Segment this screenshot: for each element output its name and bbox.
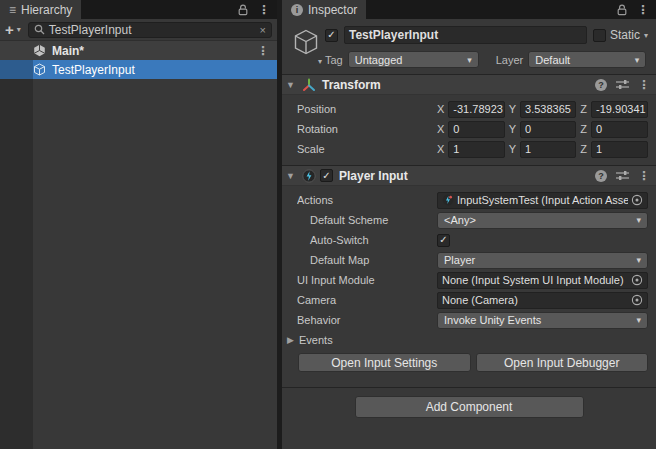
foldout-open-icon[interactable]: ▼	[286, 80, 298, 90]
hierarchy-menu-icon[interactable]: ⋮	[258, 4, 270, 16]
behavior-row: Behavior Invoke Unity Events ▾	[282, 310, 656, 330]
scene-row-main[interactable]: Main* ⋮	[0, 41, 277, 60]
axis-y-label: Y	[509, 103, 516, 115]
presets-icon[interactable]	[616, 79, 629, 90]
name-value: TestPlayerInput	[349, 28, 438, 42]
axis-x-label: X	[437, 123, 444, 135]
search-icon	[34, 24, 45, 35]
tree-item-testplayerinput[interactable]: TestPlayerInput	[0, 60, 277, 79]
player-input-buttons: Open Input Settings Open Input Debugger	[282, 350, 656, 372]
gizmo-dropdown-icon[interactable]: ▾	[318, 57, 322, 66]
scale-x-field[interactable]: 1	[448, 141, 504, 158]
player-input-header[interactable]: ▼ ✓ Player Input ? ⋮	[282, 165, 656, 186]
events-foldout[interactable]: ▶ Events	[282, 330, 656, 350]
transform-header[interactable]: ▼ Transform ? ⋮	[282, 74, 656, 95]
rotation-y-field[interactable]: 0	[520, 121, 576, 138]
tag-dropdown[interactable]: Untagged ▾	[348, 51, 479, 68]
ui-input-module-value: None (Input System UI Input Module)	[442, 274, 624, 286]
ui-input-module-row: UI Input Module None (Input System UI In…	[282, 270, 656, 290]
actions-value: InputSystemTest (Input Action Asset)	[457, 194, 628, 206]
gameobject-gizmo-icon[interactable]	[292, 28, 320, 68]
chevron-down-icon: ▾	[631, 55, 640, 65]
axis-z-label: Z	[580, 123, 587, 135]
default-scheme-row: Default Scheme <Any> ▾	[282, 210, 656, 230]
default-scheme-label: Default Scheme	[297, 214, 437, 226]
chevron-down-icon: ▾	[463, 55, 472, 65]
open-input-debugger-button[interactable]: Open Input Debugger	[476, 353, 649, 372]
component-menu-icon[interactable]: ⋮	[638, 79, 650, 91]
default-map-dropdown[interactable]: Player ▾	[437, 252, 648, 269]
chevron-down-icon: ▾	[632, 315, 641, 325]
inspector-menu-icon[interactable]: ⋮	[637, 4, 649, 16]
rotation-x-field[interactable]: 0	[448, 121, 504, 138]
lock-icon[interactable]	[238, 4, 248, 16]
tag-label: Tag	[325, 54, 343, 66]
auto-switch-checkbox[interactable]: ✓	[437, 234, 450, 247]
hierarchy-search-input[interactable]: TestPlayerInput ×	[28, 22, 272, 38]
active-checkbox[interactable]: ✓	[325, 29, 338, 42]
inspector-panel: i Inspector ⋮ ▾ ✓	[282, 0, 656, 449]
tab-hierarchy[interactable]: ≡ Hierarchy	[0, 0, 81, 19]
transform-component: ▼ Transform ? ⋮ Position X-31.7892	[282, 74, 656, 165]
actions-row: Actions InputSystemTest (Input Action As…	[282, 190, 656, 210]
camera-label: Camera	[297, 294, 437, 306]
ui-input-module-object-field[interactable]: None (Input System UI Input Module)	[437, 272, 648, 289]
name-input[interactable]: TestPlayerInput	[344, 26, 587, 44]
actions-label: Actions	[297, 194, 437, 206]
lock-icon[interactable]	[617, 4, 627, 16]
help-icon[interactable]: ?	[595, 79, 607, 91]
scale-z-field[interactable]: 1	[591, 141, 648, 158]
scale-y-field[interactable]: 1	[520, 141, 576, 158]
camera-object-field[interactable]: None (Camera)	[437, 292, 648, 309]
behavior-label: Behavior	[297, 314, 437, 326]
info-icon: i	[291, 4, 303, 16]
transform-title: Transform	[322, 78, 381, 92]
object-picker-icon[interactable]	[628, 294, 643, 306]
visibility-gutter[interactable]	[0, 41, 33, 60]
position-label: Position	[297, 103, 437, 115]
position-z-field[interactable]: -19.90341	[591, 101, 648, 118]
axis-x-label: X	[437, 103, 444, 115]
default-scheme-dropdown[interactable]: <Any> ▾	[437, 212, 648, 229]
scale-label: Scale	[297, 143, 437, 155]
presets-icon[interactable]	[616, 170, 629, 181]
ui-input-module-label: UI Input Module	[297, 274, 437, 286]
rotation-label: Rotation	[297, 123, 437, 135]
open-input-settings-button[interactable]: Open Input Settings	[298, 353, 471, 372]
static-dropdown-icon[interactable]: ▾	[644, 31, 648, 40]
gameobject-header: ▾ ✓ TestPlayerInput Static ▾ Tag	[282, 19, 656, 74]
visibility-gutter[interactable]	[0, 60, 33, 79]
player-input-icon	[302, 169, 316, 183]
layer-label: Layer	[496, 54, 524, 66]
input-action-asset-icon	[442, 194, 454, 206]
object-picker-icon[interactable]	[628, 194, 643, 206]
foldout-open-icon[interactable]: ▼	[286, 171, 298, 181]
component-enabled-checkbox[interactable]: ✓	[320, 169, 333, 182]
hierarchy-tree: Main* ⋮ TestPlayerInput	[0, 41, 277, 449]
unity-editor: ≡ Hierarchy ⋮ + ▾ TestPlayerInput ×	[0, 0, 656, 449]
gameobject-name: TestPlayerInput	[52, 63, 135, 77]
events-label: Events	[299, 334, 333, 346]
rotation-z-field[interactable]: 0	[591, 121, 648, 138]
add-component-button[interactable]: Add Component	[355, 396, 584, 418]
behavior-dropdown[interactable]: Invoke Unity Events ▾	[437, 312, 648, 329]
help-icon[interactable]: ?	[595, 170, 607, 182]
search-clear-icon[interactable]: ×	[260, 24, 266, 36]
add-component-zone: Add Component	[282, 387, 656, 418]
scene-menu-icon[interactable]: ⋮	[257, 45, 277, 57]
component-menu-icon[interactable]: ⋮	[638, 170, 650, 182]
position-x-field[interactable]: -31.78923	[448, 101, 504, 118]
create-dropdown-icon[interactable]: ▾	[17, 25, 21, 34]
actions-object-field[interactable]: InputSystemTest (Input Action Asset)	[437, 192, 648, 209]
object-picker-icon[interactable]	[628, 274, 643, 286]
camera-value: None (Camera)	[442, 294, 518, 306]
position-y-field[interactable]: 3.538365	[520, 101, 576, 118]
hierarchy-tab-label: Hierarchy	[21, 3, 72, 17]
static-checkbox[interactable]	[593, 29, 606, 42]
hierarchy-toolbar: + ▾ TestPlayerInput ×	[0, 19, 277, 41]
tab-inspector[interactable]: i Inspector	[282, 0, 366, 19]
unity-scene-icon	[33, 44, 47, 58]
create-button[interactable]: +	[5, 22, 14, 37]
player-input-component: ▼ ✓ Player Input ? ⋮ Actions	[282, 165, 656, 378]
layer-dropdown[interactable]: Default ▾	[528, 51, 646, 68]
